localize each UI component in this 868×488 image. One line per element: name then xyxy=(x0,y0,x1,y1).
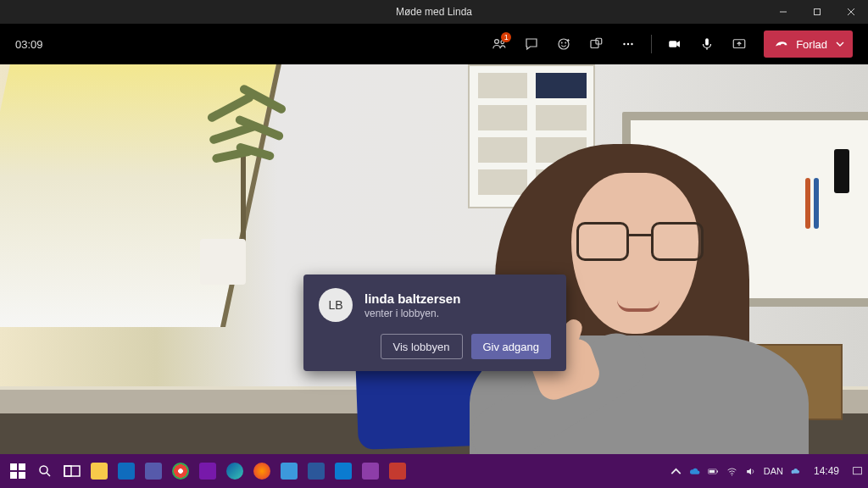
more-actions-button[interactable] xyxy=(614,30,643,58)
svg-point-11 xyxy=(623,43,625,45)
svg-rect-19 xyxy=(19,463,25,470)
svg-rect-25 xyxy=(64,466,71,476)
tray-language[interactable]: DAN xyxy=(764,466,783,476)
svg-line-23 xyxy=(47,473,50,476)
scene-plant xyxy=(214,69,273,256)
teams-meeting-window: Møde med Linda 03:09 1 xyxy=(0,0,868,454)
participants-button[interactable]: 1 xyxy=(485,30,514,58)
taskbar-app-11[interactable] xyxy=(331,458,356,484)
chevron-down-icon xyxy=(836,40,844,48)
svg-rect-1 xyxy=(815,9,821,15)
task-view-button[interactable] xyxy=(59,458,85,484)
svg-rect-20 xyxy=(10,472,17,479)
maximize-button[interactable] xyxy=(800,0,834,24)
tray-cloud-icon[interactable] xyxy=(689,465,701,477)
lobby-status-text: venter i lobbyen. xyxy=(364,308,460,319)
tray-notifications-icon[interactable] xyxy=(851,465,863,477)
taskbar-app-chrome[interactable] xyxy=(168,458,193,484)
video-stage: LB linda baltzersen venter i lobbyen. Vi… xyxy=(0,64,868,454)
taskbar-app-outlook[interactable] xyxy=(114,458,139,484)
svg-point-13 xyxy=(631,43,632,45)
taskbar-app-firefox[interactable] xyxy=(249,458,275,484)
taskbar-app-teams[interactable] xyxy=(141,458,166,484)
svg-point-4 xyxy=(495,40,499,44)
svg-rect-18 xyxy=(10,463,17,470)
svg-point-12 xyxy=(627,43,629,45)
scene-plant-pot xyxy=(200,239,246,285)
microphone-button[interactable] xyxy=(693,30,721,58)
svg-rect-28 xyxy=(709,469,715,472)
tray-wifi-icon[interactable] xyxy=(726,465,738,477)
start-button[interactable] xyxy=(5,458,31,484)
admit-button[interactable]: Giv adgang xyxy=(471,334,552,359)
tray-battery-icon[interactable] xyxy=(708,465,720,477)
svg-rect-21 xyxy=(19,472,25,479)
window-controls xyxy=(766,0,868,24)
minimize-button[interactable] xyxy=(766,0,800,24)
rooms-button[interactable] xyxy=(581,30,610,58)
tray-clock[interactable]: 14:49 xyxy=(809,465,844,477)
svg-rect-27 xyxy=(717,470,718,472)
meeting-toolbar: 03:09 1 Forlad xyxy=(0,24,868,64)
svg-rect-15 xyxy=(705,38,709,45)
scene-person xyxy=(351,90,809,454)
tray-weather-icon[interactable] xyxy=(790,465,802,477)
taskbar-app-edge[interactable] xyxy=(222,458,248,484)
avatar: LB xyxy=(319,288,353,322)
call-timer: 03:09 xyxy=(15,38,43,51)
svg-point-29 xyxy=(732,474,732,475)
reactions-button[interactable] xyxy=(549,30,578,58)
participants-badge: 1 xyxy=(501,32,511,42)
svg-point-8 xyxy=(565,42,566,43)
leave-button-label: Forlad xyxy=(796,38,827,51)
taskbar-app-onenote[interactable] xyxy=(195,458,220,484)
toolbar-separator xyxy=(651,35,652,53)
window-title: Møde med Linda xyxy=(396,6,472,18)
taskbar-app-13[interactable] xyxy=(385,458,410,484)
titlebar[interactable]: Møde med Linda xyxy=(0,0,868,24)
camera-button[interactable] xyxy=(660,30,689,58)
windows-taskbar[interactable]: DAN 14:49 xyxy=(0,454,868,488)
svg-rect-30 xyxy=(853,467,861,474)
share-screen-button[interactable] xyxy=(725,30,754,58)
taskbar-app-12[interactable] xyxy=(358,458,383,484)
tray-volume-icon[interactable] xyxy=(745,465,757,477)
svg-point-22 xyxy=(40,466,47,474)
svg-rect-24 xyxy=(64,466,80,476)
chat-button[interactable] xyxy=(517,30,546,58)
svg-rect-14 xyxy=(669,41,676,47)
lobby-person-name: linda baltzersen xyxy=(364,291,460,306)
tray-chevron-up-icon[interactable] xyxy=(670,465,682,477)
system-tray[interactable]: DAN 14:49 xyxy=(670,465,863,477)
scene-phone xyxy=(834,149,849,193)
view-lobby-button[interactable]: Vis lobbyen xyxy=(381,334,463,359)
close-button[interactable] xyxy=(834,0,868,24)
taskbar-app-10[interactable] xyxy=(303,458,329,484)
leave-button[interactable]: Forlad xyxy=(764,30,853,58)
lobby-notification: LB linda baltzersen venter i lobbyen. Vi… xyxy=(303,274,566,371)
taskbar-app-9[interactable] xyxy=(276,458,302,484)
taskbar-app-explorer[interactable] xyxy=(86,458,112,484)
svg-point-7 xyxy=(562,42,563,43)
search-button[interactable] xyxy=(32,458,58,484)
